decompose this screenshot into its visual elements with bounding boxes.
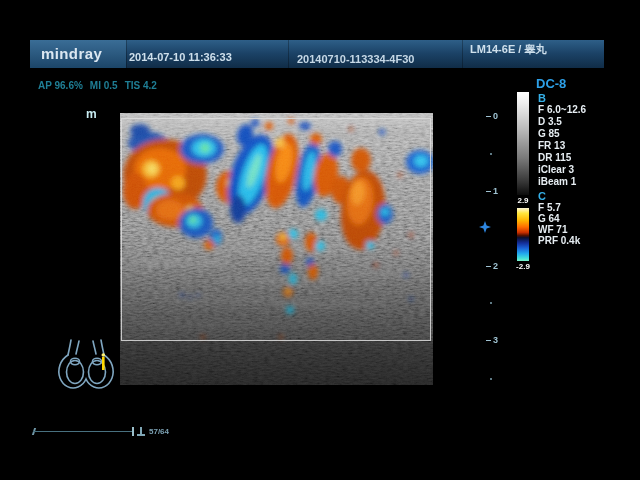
probe-preset-text: LM14-6E / 睾丸 <box>470 42 546 57</box>
param-line: WF 71 <box>538 224 580 235</box>
depth-tick-dot <box>490 378 492 380</box>
mi-value: MI 0.5 <box>90 80 118 91</box>
param-line: D 3.5 <box>538 116 586 128</box>
depth-tick-dot <box>490 153 492 155</box>
exam-id-text: 20140710-113334-4F30 <box>297 53 414 65</box>
datetime-text: 2014-07-10 11:36:33 <box>129 51 232 63</box>
param-line: iBeam 1 <box>538 176 586 188</box>
param-line: F 6.0~12.6 <box>538 104 586 116</box>
velocity-max-label: 2.9 <box>512 196 534 205</box>
header-divider <box>288 40 289 68</box>
velocity-min-label: -2.9 <box>512 262 534 271</box>
depth-tick-label: 0 <box>493 112 498 121</box>
cine-position-handle[interactable] <box>132 427 134 436</box>
header-divider <box>126 40 127 68</box>
cine-end-marker-base <box>137 434 145 436</box>
c-mode-params: F 5.7 G 64 WF 71 PRF 0.4k <box>538 202 580 246</box>
body-mark-icon <box>52 334 120 394</box>
param-line: FR 13 <box>538 140 586 152</box>
depth-tick-dot <box>490 302 492 304</box>
depth-tick <box>486 116 491 118</box>
ultrasound-screen: mindray 2014-07-10 11:36:33 20140710-113… <box>0 0 640 480</box>
param-line: DR 115 <box>538 152 586 164</box>
mindray-logo: mindray <box>41 45 102 62</box>
b-mode-label: B <box>538 92 546 104</box>
c-mode-label: C <box>538 190 546 202</box>
header-divider <box>462 40 463 68</box>
param-line: G 64 <box>538 213 580 224</box>
probe-position-marker <box>102 353 106 370</box>
top-bar: mindray 2014-07-10 11:36:33 20140710-113… <box>30 40 604 68</box>
model-label: DC-8 <box>536 76 566 91</box>
depth-tick-label: 2 <box>493 262 498 271</box>
param-line: iClear 3 <box>538 164 586 176</box>
color-doppler-bar <box>517 208 529 261</box>
depth-tick <box>486 266 491 268</box>
param-line: PRF 0.4k <box>538 235 580 246</box>
ultrasound-image[interactable] <box>120 113 433 385</box>
depth-tick <box>486 340 491 342</box>
depth-tick <box>486 191 491 193</box>
param-line: G 85 <box>538 128 586 140</box>
depth-tick-label: 1 <box>493 187 498 196</box>
focus-marker-icon <box>479 221 491 233</box>
cine-progress-bar[interactable]: 57/64 <box>33 424 193 438</box>
depth-tick-label: 3 <box>493 336 498 345</box>
orientation-marker: m <box>86 107 97 121</box>
ap-value: AP 96.6% <box>38 80 83 91</box>
param-line: F 5.7 <box>538 202 580 213</box>
status-bar: AP 96.6%MI 0.5TIS 4.2 <box>38 80 164 91</box>
b-mode-params: F 6.0~12.6 D 3.5 G 85 FR 13 DR 115 iClea… <box>538 104 586 188</box>
tis-value: TIS 4.2 <box>125 80 157 91</box>
cine-track[interactable] <box>33 431 133 432</box>
grayscale-bar <box>517 92 529 195</box>
cine-frame-counter: 57/64 <box>149 427 169 436</box>
